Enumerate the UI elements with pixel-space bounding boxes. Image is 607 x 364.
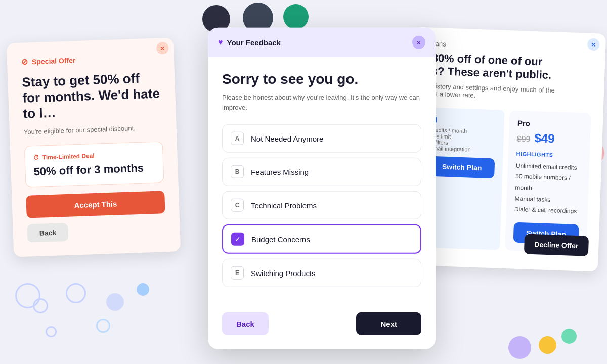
option-a[interactable]: A Not Needed Anymore [222, 124, 421, 153]
modal-title: Sorry to see you go. [222, 71, 421, 87]
highlight-item: Dialer & call recordings [514, 204, 580, 217]
special-offer-subtitle: You're eligible for our special discount… [24, 123, 162, 136]
plan-price-new: $49 [534, 131, 555, 146]
time-limited-box: ⏱ Time-Limited Deal 50% off for 3 months [24, 141, 164, 188]
option-c-letter: C [231, 199, 244, 212]
special-offer-header: ⊘ Special Offer [21, 52, 160, 67]
option-b-letter: B [231, 165, 244, 178]
better-plans-card: × r Plans t 80% off of one of ourns? The… [406, 27, 606, 272]
modal-subtitle: Please be honest about why you're leavin… [222, 93, 421, 112]
accept-button[interactable]: Accept This [26, 191, 165, 218]
modal-header-title: Your Feedback [227, 38, 281, 47]
better-plans-title: t 80% off of one of ourns? These aren't … [424, 51, 593, 83]
modal-close-button[interactable]: × [412, 36, 425, 49]
option-c-label: Technical Problems [251, 201, 317, 209]
tag-icon: ⊘ [21, 57, 28, 66]
option-e[interactable]: E Switching Products [222, 259, 421, 287]
time-limited-label: ⏱ Time-Limited Deal [33, 150, 154, 161]
better-plans-subtitle: ur history and settings and enjoy much o… [424, 82, 592, 103]
modal-footer: Back Next [208, 304, 436, 349]
back-button-modal[interactable]: Back [222, 312, 269, 335]
option-e-label: Switching Products [251, 268, 316, 277]
clock-icon: ⏱ [33, 154, 39, 161]
option-d-label: Budget Concerns [251, 235, 310, 243]
option-b-label: Features Missing [251, 167, 309, 176]
option-a-letter: A [231, 132, 244, 145]
special-offer-card: × ⊘ Special Offer Stay to get 50% off fo… [7, 37, 181, 257]
option-d[interactable]: ✓ Budget Concerns [222, 224, 421, 254]
option-b[interactable]: B Features Missing [222, 158, 421, 186]
highlights-label: HIGHLIGHTS [516, 151, 582, 159]
modal-header: ♥ Your Feedback × [208, 28, 436, 57]
decline-offer-button[interactable]: Decline Offer [524, 234, 589, 256]
option-c[interactable]: C Technical Problems [222, 191, 421, 219]
better-plans-close[interactable]: × [587, 38, 600, 51]
option-d-check: ✓ [231, 233, 244, 246]
special-offer-badge: Special Offer [32, 56, 76, 66]
switch-plan-button-left[interactable]: Switch Plan [429, 156, 495, 178]
time-limited-price: 50% off for 3 months [33, 161, 155, 178]
back-button-left[interactable]: Back [27, 222, 69, 242]
special-offer-close[interactable]: × [156, 42, 169, 55]
heart-icon: ♥ [218, 38, 223, 47]
option-e-letter: E [231, 266, 244, 280]
modal-body: Sorry to see you go. Please be honest ab… [208, 57, 436, 304]
plan-price-row: $99 $49 [516, 130, 582, 147]
highlight-item: 50 mobile numbers / month [515, 171, 581, 196]
next-button[interactable]: Next [356, 312, 421, 335]
plan-name: Pro [517, 119, 583, 129]
modal-header-left: ♥ Your Feedback [218, 38, 281, 47]
plan-price-old: $99 [516, 134, 530, 144]
highlights-list: Unlimited email credits 50 mobile number… [514, 161, 581, 217]
special-offer-title: Stay to get 50% off for months. We'd hat… [22, 70, 162, 122]
option-a-label: Not Needed Anymore [251, 134, 323, 143]
better-plans-header-text: r Plans [425, 39, 593, 53]
plan-price-teaser: 9 credits / month nce limit d filters em… [418, 107, 591, 253]
feedback-modal: ♥ Your Feedback × Sorry to see you go. P… [208, 28, 436, 349]
